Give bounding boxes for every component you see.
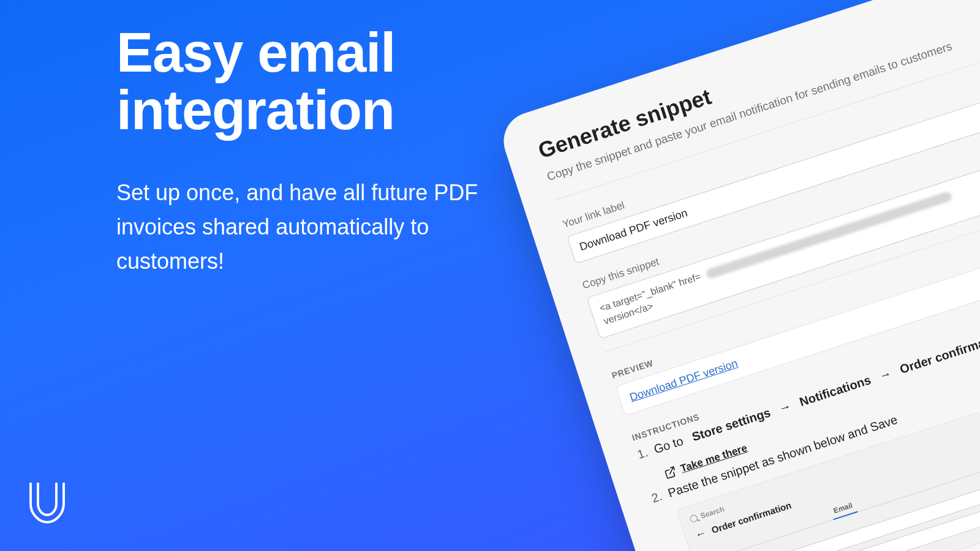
paperclip-logo-icon [23,480,71,528]
back-arrow-icon[interactable]: ← [693,526,708,542]
mini-tab-email[interactable]: Email [832,501,854,515]
hero-heading: Easy email integration [116,24,508,139]
hero-subtext: Set up once, and have all future PDF inv… [116,176,508,278]
app-panel-mock: Generate snippet Copy the snippet and pa… [496,0,980,551]
mini-search-placeholder: Search [699,504,725,520]
marketing-slide: Easy email integration Set up once, and … [0,0,980,551]
step1-prefix: Go to [652,434,685,456]
search-icon [689,514,698,523]
external-link-icon [663,465,678,480]
hero-copy: Easy email integration Set up once, and … [116,24,508,279]
arrow-right-icon: → [877,366,893,383]
arrow-right-icon: → [777,399,793,416]
